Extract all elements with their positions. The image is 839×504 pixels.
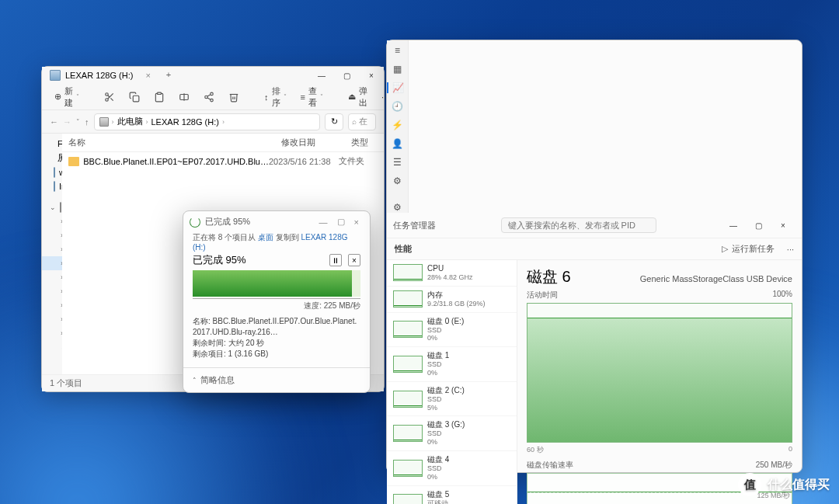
activity-chart: [527, 303, 792, 443]
progress-bar: [193, 270, 360, 297]
close-button[interactable]: ×: [354, 217, 359, 227]
watermark: 值 什么值得买: [738, 473, 830, 496]
perf-item[interactable]: CPU28% 4.82 GHz: [387, 260, 517, 287]
drive-icon: [50, 70, 61, 81]
paste-button[interactable]: [149, 90, 169, 104]
svg-line-13: [207, 94, 211, 96]
perf-tab-label: 性能: [395, 243, 412, 255]
svg-line-4: [108, 95, 110, 96]
performance-tab-icon[interactable]: 📈: [387, 82, 408, 93]
copy-button[interactable]: [124, 90, 144, 104]
minimize-button[interactable]: —: [319, 217, 328, 227]
nav-item[interactable]: win11 (C:): [42, 165, 62, 179]
startup-tab-icon[interactable]: ⚡: [392, 120, 403, 130]
cancel-button[interactable]: ×: [348, 254, 360, 266]
nav-pane[interactable]: FileRecv屏幕截图win11 (C:)Intel NVMe (\\192.…: [42, 134, 62, 374]
nav-item[interactable]: ›LEXAR 128G (H:): [42, 256, 62, 270]
new-button[interactable]: ⊕ 新建 ˅: [50, 84, 84, 110]
nav-item[interactable]: ›500G_MLC (E:): [42, 228, 62, 242]
copy-source-link[interactable]: 桌面: [258, 233, 273, 242]
nav-item[interactable]: BBC.Blue.Planet.II.EP01~EP07.2…: [42, 354, 62, 368]
explorer-tab[interactable]: LEXAR 128G (H:) ×: [42, 67, 158, 84]
settings-icon[interactable]: ⚙: [393, 202, 402, 213]
plus-icon: ⊕: [54, 92, 61, 102]
minimize-button[interactable]: —: [309, 67, 334, 84]
delete-button[interactable]: [224, 90, 244, 104]
nav-item[interactable]: ›Vms (\\192.168.3.1) (V:): [42, 270, 62, 284]
nav-item[interactable]: ⌄此电脑: [42, 200, 62, 214]
svg-rect-5: [133, 96, 139, 102]
search-input[interactable]: [501, 217, 656, 233]
svg-point-0: [106, 92, 109, 96]
users-tab-icon[interactable]: 👤: [392, 138, 403, 149]
explorer-toolbar: ⊕ 新建 ˅ ↕ 排序 ˅ ≡ 查看 ˅ ⏏ 弹出 ···: [42, 84, 384, 110]
eject-button[interactable]: ⏏ 弹出: [343, 84, 372, 110]
nav-item[interactable]: ›Intel NVMe (\\192.168.3.1) (X:): [42, 298, 62, 312]
nav-item[interactable]: ›pt_pm983 (\\192.168.3.1) (Z:): [42, 326, 62, 340]
processes-tab-icon[interactable]: ▦: [393, 64, 402, 75]
explorer-title-bar[interactable]: LEXAR 128G (H:) × + — ▢ ×: [42, 67, 384, 84]
nav-item[interactable]: FileRecv: [42, 137, 62, 151]
tm-nav-rail[interactable]: ≡ ▦ 📈 🕘 ⚡ 👤 ☰ ⚙ ⚙: [387, 40, 409, 213]
run-new-task-button[interactable]: ▷ 运行新任务 ···: [722, 243, 794, 255]
nav-item[interactable]: ›SN-550 (G:): [42, 242, 62, 256]
app-history-tab-icon[interactable]: 🕘: [392, 101, 403, 112]
svg-rect-6: [158, 92, 162, 94]
maximize-button[interactable]: ▢: [337, 217, 345, 227]
close-button[interactable]: ×: [771, 221, 795, 230]
pause-button[interactable]: ⏸: [329, 254, 342, 266]
details-tab-icon[interactable]: ☰: [393, 157, 402, 168]
breadcrumb[interactable]: › 此电脑 › LEXAR 128G (H:) ›: [94, 113, 321, 130]
tab-title: LEXAR 128G (H:): [65, 71, 133, 80]
file-row[interactable]: BBC.Blue.Planet.II.EP01~EP07.2017.UHD.Bl…: [62, 152, 384, 170]
watermark-badge-icon: 值: [738, 473, 761, 496]
tab-close-icon[interactable]: ×: [145, 71, 150, 80]
forward-button[interactable]: →: [63, 117, 71, 127]
view-button[interactable]: ≡ 查看 ˅: [296, 84, 328, 110]
cut-button[interactable]: [99, 90, 120, 104]
refresh-button[interactable]: ↻: [325, 113, 343, 130]
sort-button[interactable]: ↕ 排序 ˅: [259, 84, 291, 110]
nav-item[interactable]: 屏幕截图: [42, 151, 62, 165]
app-title: 任务管理器: [393, 220, 436, 231]
task-manager-window[interactable]: ≡ ▦ 📈 🕘 ⚡ 👤 ☰ ⚙ ⚙ 任务管理器 — ▢ × 性能 ▷ 运行新任务…: [386, 40, 802, 473]
nav-item[interactable]: ›Film (\\192.168.3.1) (W:): [42, 284, 62, 298]
maximize-button[interactable]: ▢: [334, 67, 359, 84]
menu-icon[interactable]: ≡: [395, 45, 400, 56]
perf-item[interactable]: 磁盘 4SSD0%: [387, 451, 517, 486]
progress-spinner-icon: [190, 217, 200, 228]
close-button[interactable]: ×: [359, 67, 384, 84]
breadcrumb-pc[interactable]: 此电脑: [117, 116, 143, 127]
nav-item[interactable]: Intel NVMe (\\192.168.3.1) (X:): [42, 179, 62, 193]
nav-item[interactable]: ›Raid-Z (\\192.168.3.1) (Y:): [42, 312, 62, 326]
share-button[interactable]: [199, 90, 219, 104]
nav-item[interactable]: ›win11 (C:): [42, 214, 62, 228]
fewer-details-button[interactable]: ˄ 简略信息: [183, 367, 370, 392]
perf-item[interactable]: 磁盘 1SSD0%: [387, 347, 517, 382]
copy-progress-dialog[interactable]: 已完成 95% — ▢ × 正在将 8 个项目从 桌面 复制到 LEXAR 12…: [183, 210, 371, 393]
list-header[interactable]: 名称 修改日期 类型: [62, 134, 384, 152]
perf-item[interactable]: 磁盘 5可移动0%: [387, 486, 517, 504]
perf-item[interactable]: 磁盘 3 (G:)SSD0%: [387, 416, 517, 451]
nav-item[interactable]: ⌄LEXAR 128G (H:): [42, 340, 62, 354]
perf-item[interactable]: 磁盘 2 (C:)SSD5%: [387, 382, 517, 417]
maximize-button[interactable]: ▢: [746, 221, 771, 230]
minimize-button[interactable]: —: [721, 221, 746, 230]
progress-text: 已完成 95%: [193, 253, 246, 267]
svg-point-1: [106, 98, 109, 101]
perf-item[interactable]: 磁盘 0 (E:)SSD0%: [387, 313, 517, 348]
services-tab-icon[interactable]: ⚙: [393, 176, 402, 186]
chevron-up-icon: ˄: [193, 377, 197, 384]
back-button[interactable]: ←: [50, 117, 58, 127]
chevron-down-icon[interactable]: ˅: [76, 118, 80, 126]
up-button[interactable]: ↑: [85, 117, 89, 127]
search-input[interactable]: ⌕ 在: [348, 113, 376, 130]
perf-item[interactable]: 内存9.2/31.8 GB (29%): [387, 287, 517, 313]
perf-resource-list[interactable]: CPU28% 4.82 GHz内存9.2/31.8 GB (29%)磁盘 0 (…: [387, 260, 517, 504]
rename-button[interactable]: [174, 90, 194, 104]
more-button[interactable]: ···: [787, 245, 794, 254]
device-name: Generic MassStorageClass USB Device: [640, 274, 792, 283]
address-bar: ← → ˅ ↑ › 此电脑 › LEXAR 128G (H:) › ↻ ⌕ 在: [42, 110, 384, 134]
new-tab-button[interactable]: +: [158, 67, 179, 84]
breadcrumb-drive[interactable]: LEXAR 128G (H:): [151, 117, 219, 127]
